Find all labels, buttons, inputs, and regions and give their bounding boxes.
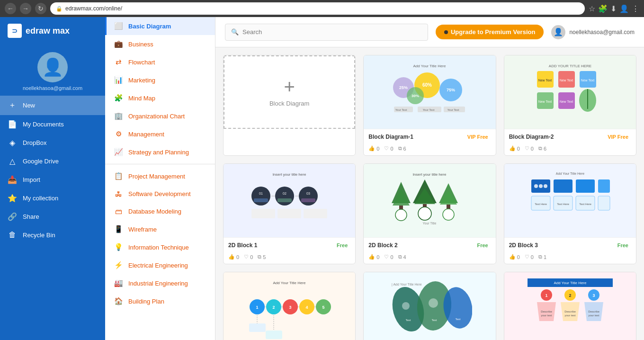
svg-text:4: 4	[306, 305, 308, 310]
search-input[interactable]	[242, 28, 422, 36]
favorites-bd1: ♡ 0	[384, 145, 393, 152]
search-bar[interactable]: 🔍	[225, 24, 428, 41]
category-item-strategy[interactable]: 📈 Strategy and Planning	[105, 143, 215, 161]
2dblock4-thumb: Add Your Title Here 1 2 3 4 5	[224, 272, 355, 340]
building-plan-icon: 🏠	[113, 297, 124, 305]
upgrade-button[interactable]: Upgrade to Premium Version	[436, 25, 544, 39]
logo-text: edraw max	[26, 26, 70, 36]
svg-point-68	[544, 184, 547, 188]
google-drive-icon: △	[8, 157, 17, 166]
category-label-building-plan: Building Plan	[128, 298, 164, 305]
category-item-building-plan[interactable]: 🏠 Building Plan	[105, 292, 215, 310]
sidebar-item-my-collection[interactable]: ⭐ My collection	[0, 189, 105, 207]
template-card-2dblock3[interactable]: Add Your Title Here	[504, 163, 636, 264]
template-card-2dblock1[interactable]: Insert your title here 01 02 03	[223, 163, 356, 264]
category-item-database[interactable]: 🗃 Database Modeling	[105, 203, 215, 220]
category-item-wireframe[interactable]: 📱 Wireframe	[105, 220, 215, 238]
svg-text:your text: your text	[588, 314, 599, 317]
category-label-strategy: Strategy and Planning	[128, 149, 189, 156]
2dblock2-preview: Insert your title here	[387, 170, 472, 232]
svg-text:3: 3	[289, 305, 292, 310]
sidebar-item-google-drive[interactable]: △ Google Drive	[0, 152, 105, 170]
category-item-info-tech[interactable]: 💡 Information Technique	[105, 238, 215, 256]
template-card-2dblock2[interactable]: Insert your title here	[363, 163, 496, 264]
template-footer-2dblock1: 2D Block 1 Free	[224, 237, 355, 252]
collection-icon: ⭐	[8, 194, 17, 203]
back-button[interactable]: ←	[5, 3, 16, 14]
new-diagram-card[interactable]: + Block Diagram	[223, 55, 356, 156]
menu-icon[interactable]: ⋮	[632, 4, 639, 13]
sidebar-item-my-documents[interactable]: 📄 My Documents	[0, 115, 105, 134]
copies-bd1: ⧉ 6	[398, 145, 406, 152]
category-item-project-management[interactable]: 📋 Project Management	[105, 167, 215, 185]
category-item-flowchart[interactable]: ⇄ Flowchart	[105, 53, 215, 71]
industrial-icon: 🏭	[113, 279, 124, 287]
svg-text:Add Your Title Here: Add Your Title Here	[554, 281, 586, 285]
user-avatar-small: 👤	[551, 25, 565, 39]
forward-button[interactable]: →	[20, 3, 31, 14]
category-item-basic-diagram[interactable]: ⬜ Basic Diagram	[105, 17, 215, 35]
svg-text:1: 1	[545, 293, 547, 298]
sidebar-recyclebin-label: Recycle Bin	[23, 232, 55, 239]
sidebar-item-dropbox[interactable]: ◈ DropBox	[0, 134, 105, 152]
user-profile: 👤 noellekhasoa@gmail.com	[551, 25, 635, 39]
category-label-org-chart: Organizational Chart	[128, 113, 185, 120]
copies-2dblock2: ⧉ 4	[398, 254, 406, 260]
likes-2dblock3: 👍 0	[509, 254, 520, 260]
svg-point-93	[429, 298, 438, 308]
category-item-management[interactable]: ⚙ Management	[105, 125, 215, 143]
main-content: 🔍 Upgrade to Premium Version 👤 noellekha…	[215, 17, 644, 340]
recycle-icon: 🗑	[8, 231, 17, 239]
category-item-industrial[interactable]: 🏭 Industrial Engineering	[105, 274, 215, 292]
category-item-software-dev[interactable]: 🖧 Software Development	[105, 185, 215, 203]
import-icon: 📥	[8, 175, 17, 184]
sidebar-dropbox-label: DropBox	[23, 139, 47, 146]
svg-rect-86	[249, 323, 266, 332]
sidebar-item-recycle-bin[interactable]: 🗑 Recycle Bin	[0, 226, 105, 244]
mind-map-icon: 🧩	[113, 94, 124, 102]
2dblock1-preview: Insert your title here 01 02 03	[247, 170, 332, 232]
documents-icon: 📄	[8, 120, 17, 129]
svg-text:03: 03	[306, 192, 310, 195]
extension-icon[interactable]: 🧩	[598, 4, 608, 13]
svg-text:25%: 25%	[399, 85, 408, 90]
download-icon[interactable]: ⬇	[610, 4, 617, 13]
app-container: ⊃ edraw max 👤 noellekhasoa@gmail.com ＋ N…	[0, 17, 644, 340]
likes-bd1: 👍 0	[368, 145, 379, 152]
info-tech-icon: 💡	[113, 243, 124, 251]
2dblock3-thumb: Add Your Title Here	[504, 164, 636, 237]
category-item-mind-map[interactable]: 🧩 Mind Map	[105, 89, 215, 107]
sidebar-logo: ⊃ edraw max	[0, 17, 105, 45]
template-badge-2dblock2: Free	[474, 242, 491, 249]
category-item-marketing[interactable]: 📊 Marketing	[105, 71, 215, 89]
category-label-flowchart: Flowchart	[128, 59, 155, 66]
template-card-2dblock4[interactable]: Add Your Title Here 1 2 3 4 5	[223, 272, 356, 340]
template-card-block-diagram-2[interactable]: ADD YOUR TITLE HERE New Text New Text Ne…	[504, 55, 636, 156]
url-bar[interactable]: 🔒 edrawmax.com/online/	[50, 2, 585, 15]
template-card-block-diagram-1[interactable]: Add Your Title Here 25% 60% 30% 75%	[363, 55, 496, 156]
sidebar-item-import[interactable]: 📥 Import	[0, 170, 105, 189]
electrical-icon: ⚡	[113, 261, 124, 269]
2dblock6-thumb: Add Your Title Here 1 2 3 Describe	[504, 272, 636, 340]
template-card-2dblock5[interactable]: | Add Your Title Here Text Text Text	[363, 272, 496, 340]
category-item-org-chart[interactable]: 🏢 Organizational Chart	[105, 107, 215, 125]
svg-rect-63	[554, 179, 572, 193]
category-item-electrical[interactable]: ⚡ Electrical Engineering	[105, 256, 215, 274]
category-item-business[interactable]: 💼 Business	[105, 35, 215, 53]
sidebar-item-share[interactable]: 🔗 Share	[0, 207, 105, 226]
lock-icon: 🔒	[56, 6, 63, 12]
svg-rect-40	[251, 209, 275, 218]
star-icon[interactable]: ☆	[589, 4, 595, 13]
browser-chrome: ← → ↻ 🔒 edrawmax.com/online/ ☆ 🧩 ⬇ 👤 ⋮	[0, 0, 644, 17]
svg-text:Text Here: Text Here	[557, 203, 569, 206]
sidebar-share-label: Share	[23, 213, 39, 220]
profile-icon[interactable]: 👤	[619, 4, 629, 13]
sidebar-item-new[interactable]: ＋ New	[0, 96, 105, 115]
favorites-2dblock2: ♡ 0	[384, 254, 393, 260]
svg-text:Your Text: Your Text	[447, 108, 459, 111]
template-card-2dblock6[interactable]: Add Your Title Here 1 2 3 Describe	[504, 272, 636, 340]
svg-text:5: 5	[322, 305, 325, 310]
refresh-button[interactable]: ↻	[35, 3, 46, 14]
svg-point-37	[299, 187, 318, 206]
category-label-database: Database Modeling	[128, 208, 181, 215]
